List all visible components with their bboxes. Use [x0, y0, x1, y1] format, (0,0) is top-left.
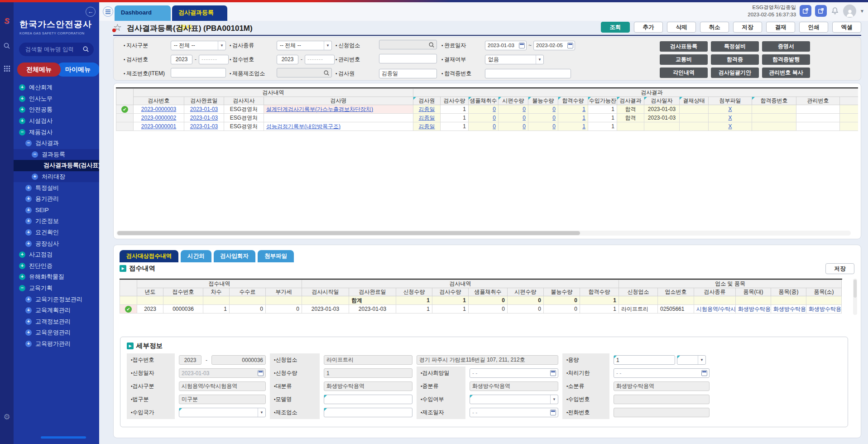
import-country-select[interactable] — [179, 408, 266, 417]
calendar-icon[interactable] — [550, 410, 556, 415]
print-button[interactable]: 인쇄 — [799, 22, 828, 33]
sample-link[interactable]: 0 — [493, 115, 496, 121]
piece-link[interactable]: 0 — [523, 123, 526, 130]
collapse-sidebar-button[interactable] — [86, 7, 96, 17]
sidebar-item-budget[interactable]: 예산회계 — [14, 82, 99, 93]
capacity-input[interactable]: 1 — [614, 355, 675, 365]
attachment-link[interactable]: X — [728, 115, 732, 121]
calendar-icon[interactable] — [258, 370, 264, 376]
inspector-link[interactable]: 김종일 — [419, 115, 435, 121]
apply-shop-lookup-field[interactable] — [379, 40, 437, 49]
item-no-input[interactable] — [171, 68, 226, 77]
pass-cert-issue-button[interactable]: 합격증발행 — [762, 54, 810, 65]
table-row[interactable]: 2023-0000002 2023-01-03 ESG경영처 김종일 1 0 0… — [116, 114, 858, 122]
detail-save-button[interactable]: 저장 — [825, 263, 854, 274]
certificate-button[interactable]: 증명서 — [762, 41, 810, 52]
sidebar-item-result-register-sheet-active[interactable]: 검사결과등록(검사표) — [14, 160, 99, 171]
cancel-button[interactable]: 취소 — [700, 22, 729, 33]
sidebar-item-edu-plan[interactable]: 교육계획관리 — [14, 305, 99, 316]
add-button[interactable]: 추가 — [634, 22, 663, 33]
horizontal-scrollbar[interactable] — [116, 231, 851, 236]
mfg-date-field[interactable]: - - — [470, 408, 558, 417]
table-row[interactable]: 2023-0000003 2023-01-03 ESG경영처 설계단계검사기록부… — [116, 105, 858, 114]
inspector-link[interactable]: 김종일 — [419, 123, 435, 130]
sample-link[interactable]: 0 — [493, 123, 496, 130]
open-new-window-icon[interactable] — [800, 5, 811, 17]
tab-overtime[interactable]: 시간외 — [181, 250, 211, 262]
pass-link[interactable]: 1 — [582, 106, 585, 112]
vertical-scrollbar[interactable] — [853, 279, 857, 315]
pass-cert-button[interactable]: 합격증 — [711, 54, 759, 65]
cert-no-input[interactable] — [485, 69, 571, 78]
import-yn-select[interactable] — [470, 395, 558, 404]
inspection-type-select[interactable]: -- 전체 -- — [277, 41, 332, 50]
sample-link[interactable]: 0 — [493, 106, 496, 112]
attachment-link[interactable]: X — [728, 106, 732, 112]
transport-fee-button[interactable]: 교통비 — [660, 54, 708, 65]
sidebar-item-safety-common[interactable]: 안전공통 — [14, 104, 99, 116]
mgmt-no-copy-button[interactable]: 관리번호 복사 — [762, 68, 810, 78]
delete-button[interactable]: 삭제 — [667, 22, 696, 33]
calendar-icon[interactable] — [567, 43, 573, 48]
sidebar-item-container-mgmt[interactable]: 용기관리 — [14, 193, 99, 205]
insp-name-link[interactable]: 설계단계검사기록부(가스누출경보차단장치) — [266, 106, 373, 112]
search-button[interactable]: 조회 — [601, 22, 630, 33]
model-input[interactable] — [324, 395, 412, 404]
fail-link[interactable]: 0 — [552, 106, 556, 112]
sidebar-item-edu-operation[interactable]: 교육운영관리 — [14, 327, 99, 338]
sidebar-item-factory-audit[interactable]: 공장심사 — [14, 238, 99, 249]
avatar[interactable] — [843, 5, 856, 18]
insp-no-link[interactable]: 2023-0000003 — [141, 106, 176, 112]
tab-attachment[interactable]: 첨부파일 — [258, 250, 294, 262]
sidebar-item-hr[interactable]: 인사노무 — [14, 93, 99, 105]
sidebar-item-inspection-result[interactable]: 검사결과 — [14, 138, 99, 149]
inspector-input[interactable]: 김종일 — [379, 69, 437, 78]
table-row[interactable]: 2023-0000001 2023-01-03 ESG경영처 성능검정기록부(내… — [116, 122, 858, 131]
receipt-serial-input[interactable]: ------- — [305, 55, 335, 64]
fail-link[interactable]: 0 — [552, 115, 556, 121]
search-icon[interactable] — [323, 70, 330, 77]
done-date-from-field[interactable]: 2023-01-03 — [485, 41, 527, 50]
sidebar-item-diagnosis-cert[interactable]: 진단인증 — [14, 261, 99, 272]
search-icon[interactable] — [82, 46, 89, 54]
pass-link[interactable]: 1 — [582, 123, 585, 130]
sidebar-item-requirement-check[interactable]: 요건확인 — [14, 227, 99, 238]
sidebar-item-specific-equipment[interactable]: 특정설비 — [14, 182, 99, 193]
sidebar-item-process-ledger[interactable]: 처리대장 — [14, 171, 99, 183]
sidebar-item-edu-evaluation[interactable]: 교육평가관리 — [14, 338, 99, 350]
tab-current-page[interactable]: 검사결과등록(검사✕ — [172, 5, 227, 21]
sidebar-item-education-planning[interactable]: 교육기획 — [14, 283, 99, 294]
insp-sheet-register-button[interactable]: 검사표등록 — [660, 41, 708, 52]
hope-date-field[interactable]: - - — [470, 368, 558, 378]
maker-input[interactable] — [324, 408, 412, 417]
chevron-down-icon[interactable]: ▼ — [860, 9, 864, 14]
all-menu-button[interactable]: 전체메뉴 — [17, 63, 61, 77]
deadline-field[interactable]: - - — [614, 368, 710, 378]
settings-gear-icon[interactable]: ⚙ — [0, 412, 14, 422]
favorite-star-icon[interactable] — [113, 22, 122, 33]
done-date-link[interactable]: 2023-01-03 — [190, 123, 218, 130]
inspection-year-input[interactable]: 2023 — [171, 55, 192, 64]
excel-button[interactable]: 엑셀 — [832, 22, 861, 33]
sidebar-item-accident-check[interactable]: 사고점검 — [14, 249, 99, 261]
rail-search-icon[interactable] — [0, 42, 14, 49]
sidebar-item-base-info[interactable]: 기준정보 — [14, 216, 99, 227]
sidebar-item-customer-info[interactable]: 고객정보관리 — [14, 316, 99, 327]
sidebar-item-product-inspection[interactable]: 제품검사 — [14, 126, 99, 138]
fail-link[interactable]: 0 — [552, 123, 556, 130]
calendar-icon[interactable] — [701, 370, 707, 376]
hamburger-menu-icon[interactable] — [103, 6, 113, 17]
capacity-unit-select[interactable] — [677, 355, 706, 365]
engrave-history-button[interactable]: 각인내역 — [660, 68, 708, 78]
sidebar-item-hazardous-chemicals[interactable]: 유해화학물질 — [14, 271, 99, 283]
calendar-icon[interactable] — [519, 43, 525, 48]
branch-select[interactable]: -- 전체 -- — [171, 41, 226, 50]
search-icon[interactable] — [428, 42, 435, 49]
sidebar-scrollbar-thumb[interactable] — [41, 436, 86, 439]
mgmt-no-input[interactable] — [379, 54, 437, 63]
sidebar-item-result-register[interactable]: 결과등록 — [14, 149, 99, 160]
sidebar-item-facility-inspection[interactable]: 시설검사 — [14, 116, 99, 127]
save-button[interactable]: 저장 — [733, 22, 762, 33]
piece-link[interactable]: 0 — [523, 106, 526, 112]
my-menu-button[interactable]: 마이메뉴 — [56, 63, 99, 77]
